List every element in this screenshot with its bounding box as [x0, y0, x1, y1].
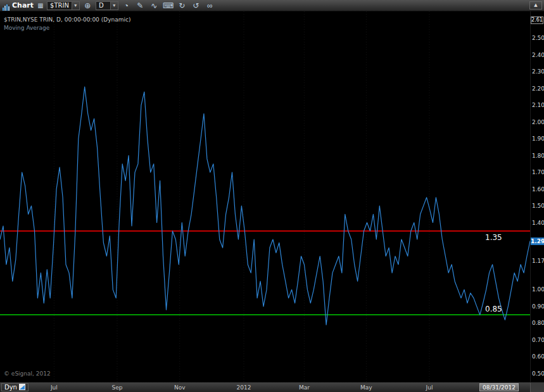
price-axis[interactable]: 2.61 2.502.402.302.202.102.001.901.801.7…: [530, 11, 544, 382]
price-tick-label: 0.90: [532, 303, 544, 310]
chart-toolbar: Chart ▦ $TRIN ▾ ⊕ D ▾ ◔ ✎ ∿ ⌨ ↻ ↺ ∞ ▲: [0, 0, 544, 11]
chart-app-icon: [2, 2, 10, 9]
chart-plot-area[interactable]: $TRIN,NYSE TRIN, D, 00:00-00:00 (Dynamic…: [0, 11, 530, 382]
price-tick-label: 0.50: [532, 370, 544, 377]
freehand-curve-icon[interactable]: ∿: [148, 1, 160, 11]
dyn-chart-icon: [19, 384, 25, 391]
last-price-badge: 1.29: [531, 237, 544, 245]
price-tick-label: 2.00: [532, 119, 544, 125]
chevron-down-icon[interactable]: ▾: [72, 2, 79, 9]
time-tick-label: Sep: [111, 384, 122, 391]
time-tick-label: Jul: [51, 384, 58, 391]
price-tick-label: 0.60: [532, 353, 544, 360]
time-tick-label: Mar: [299, 384, 310, 391]
price-tick-label: 1.90: [532, 136, 544, 142]
price-tick-label: 0.70: [532, 337, 544, 343]
time-tick-label: May: [360, 384, 372, 391]
time-tick-label: 2012: [237, 384, 251, 391]
time-template-icon[interactable]: ◔: [120, 1, 132, 11]
price-tick-label: 2.50: [532, 35, 544, 41]
window-title: Chart: [12, 1, 34, 9]
chart-title-overlay: $TRIN,NYSE TRIN, D, 00:00-00:00 (Dynamic…: [4, 16, 130, 23]
dyn-button[interactable]: Dyn: [1, 383, 28, 391]
axis-scroll-up-button[interactable]: ▲: [529, 1, 542, 9]
axis-max-label: 2.61: [531, 16, 543, 24]
price-tick-label: 2.10: [532, 102, 544, 108]
price-tick-label: 1.40: [532, 220, 544, 226]
price-tick-label: 1.00: [532, 286, 544, 293]
axis-corner-button[interactable]: [530, 383, 544, 392]
undo-rotate-icon[interactable]: ↺: [190, 1, 202, 11]
symbol-lookup-button[interactable]: ⊕: [82, 1, 94, 11]
resistance-level-label: 1.35: [485, 233, 502, 242]
price-tick-label: 1.70: [532, 169, 544, 175]
time-tick-label: Jul: [426, 384, 433, 391]
pencil-draw-icon[interactable]: ✎: [134, 1, 146, 11]
chart-main: $TRIN,NYSE TRIN, D, 00:00-00:00 (Dynamic…: [0, 11, 544, 382]
link-icon[interactable]: ∞: [204, 1, 216, 11]
support-level-label: 0.85: [485, 305, 502, 313]
study-label: Moving Average: [4, 25, 49, 31]
layout-grid-icon[interactable]: ▦: [36, 2, 45, 9]
time-tick-label: Nov: [174, 384, 186, 391]
chevron-down-icon[interactable]: ▾: [110, 2, 118, 9]
price-tick-label: 2.40: [532, 52, 544, 58]
price-tick-label: 1.17: [532, 258, 544, 264]
text-annotation-icon[interactable]: ⌨: [162, 1, 174, 11]
redo-rotate-icon[interactable]: ↻: [176, 1, 188, 11]
time-axis[interactable]: Dyn JulSepNov2012MarMayJul 08/31/2012: [0, 382, 544, 392]
price-tick-label: 0.80: [532, 320, 544, 326]
date-button[interactable]: 08/31/2012: [479, 383, 519, 391]
copyright-label: © eSignal, 2012: [4, 370, 51, 377]
chart-window: Chart ▦ $TRIN ▾ ⊕ D ▾ ◔ ✎ ∿ ⌨ ↻ ↺ ∞ ▲ $T…: [0, 0, 544, 392]
interval-combobox[interactable]: D ▾: [96, 1, 118, 10]
price-tick-label: 2.20: [532, 85, 544, 92]
symbol-value: $TRIN: [47, 2, 72, 9]
price-tick-label: 1.50: [532, 203, 544, 209]
symbol-combobox[interactable]: $TRIN ▾: [47, 1, 80, 10]
price-line-chart: [0, 11, 530, 382]
interval-value: D: [96, 2, 110, 9]
price-tick-label: 1.60: [532, 186, 544, 193]
price-tick-label: 2.30: [532, 68, 544, 75]
price-tick-label: 1.80: [532, 153, 544, 159]
dyn-label: Dyn: [4, 384, 17, 391]
